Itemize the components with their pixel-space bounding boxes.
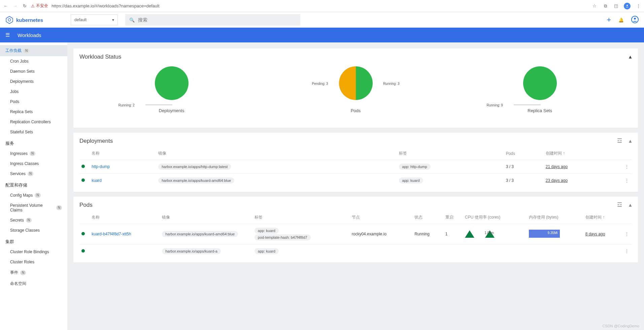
image-chip: harbor.example.io/apps/kuard-a: [162, 248, 221, 254]
warning-icon: ⚠: [31, 4, 35, 8]
sidebar-cat-services: 服务: [0, 137, 67, 148]
chevron-down-icon: ▾: [112, 18, 114, 22]
sidebar-item-replicasets[interactable]: Replica Sets: [0, 107, 67, 117]
status-dot: [81, 249, 85, 253]
age: 21 days ago: [546, 164, 568, 169]
page-title: Workloads: [18, 32, 41, 38]
sidebar-item-events[interactable]: 事件N: [0, 267, 67, 278]
table-row[interactable]: kuard harbor.example.io/apps/kuard-amd64…: [79, 174, 632, 188]
insecure-badge[interactable]: ⚠ 不安全: [31, 3, 48, 9]
browser-menu-icon[interactable]: ⋮: [635, 3, 641, 9]
back-icon[interactable]: ←: [3, 3, 9, 9]
collapse-icon[interactable]: ▴: [629, 53, 632, 60]
table-row[interactable]: harbor.example.io/apps/kuard-a app: kuar…: [79, 244, 632, 258]
card-title: Workload Status: [79, 54, 121, 60]
svg-point-4: [634, 18, 636, 20]
label-chip: app: http-dump: [399, 164, 431, 170]
card-title: Deployments: [79, 138, 113, 144]
table-row[interactable]: http-dump harbor.example.io/apps/http-du…: [79, 160, 632, 174]
sidebar-item-cronjobs[interactable]: Cron Jobs: [0, 56, 67, 66]
image-chip: harbor.example.io/apps/http-dump:latest: [158, 164, 231, 170]
table-row[interactable]: kuard-b47f4f8d7-xtt5h harbor.example.io/…: [79, 224, 632, 244]
profile-avatar[interactable]: [624, 3, 631, 9]
collapse-icon[interactable]: ▴: [629, 137, 632, 144]
card-pods: Pods ☲▴ 名称 镜像 标签 节点 状态 重启 CPU 使用率 (cores…: [73, 197, 638, 263]
sidebar-item-services[interactable]: ServicesN: [0, 169, 67, 179]
svg-point-0: [626, 5, 628, 6]
row-menu-icon[interactable]: ⋮: [622, 224, 632, 244]
sidebar-item-statefulsets[interactable]: Stateful Sets: [0, 127, 67, 137]
create-icon[interactable]: +: [607, 15, 611, 24]
sidebar-item-namespaces[interactable]: 命名空间: [0, 278, 67, 289]
status-chart-deployments: Running: 2 Deployments: [155, 66, 189, 123]
namespace-select[interactable]: default ▾: [71, 14, 118, 25]
status: Running: [412, 224, 443, 244]
deployments-table: 名称 镜像 标签 Pods 创建时间 http-dump harbor.exam…: [79, 147, 632, 187]
svg-marker-1: [6, 16, 13, 24]
sidebar-cat-config: 配置和存储: [0, 179, 67, 190]
status-dot: [81, 178, 85, 182]
filter-icon[interactable]: ☲: [617, 137, 622, 144]
sidebar-item-daemonsets[interactable]: Daemon Sets: [0, 66, 67, 76]
row-menu-icon[interactable]: ⋮: [622, 174, 632, 188]
age: 8 days ago: [585, 232, 605, 236]
panel-icon[interactable]: ◫: [613, 3, 619, 9]
deployment-link[interactable]: kuard: [92, 178, 102, 183]
status: [412, 244, 443, 258]
sidebar-item-clusterroles[interactable]: Cluster Roles: [0, 257, 67, 267]
main-content: Workload Status ▴ Running: 2 Deployments…: [67, 42, 644, 330]
sidebar-item-secrets[interactable]: SecretsN: [0, 215, 67, 225]
sidebar-cat-cluster: 集群: [0, 235, 67, 247]
label-chip: pod-template-hash: b47f4f8d7: [255, 234, 311, 240]
namespace-value: default: [74, 18, 87, 22]
browser-toolbar: ← → ↻ ⚠ 不安全 https://das.example.io/#/wor…: [0, 0, 644, 12]
pod-link[interactable]: kuard-b47f4f8d7-xtt5h: [92, 232, 131, 236]
menu-icon[interactable]: ☰: [5, 32, 12, 38]
search-input[interactable]: [138, 17, 296, 23]
image-chip: harbor.example.io/apps/kuard-amd64:blue: [158, 177, 234, 184]
collapse-icon[interactable]: ▴: [629, 201, 632, 208]
star-icon[interactable]: ☆: [591, 3, 598, 9]
sidebar: 工作负载N Cron Jobs Daemon Sets Deployments …: [0, 42, 67, 330]
status-chart-replicasets: Running: 9 Replica Sets: [523, 66, 557, 123]
address-bar[interactable]: https://das.example.io/#/workloads?names…: [52, 3, 160, 8]
sidebar-item-workloads[interactable]: 工作负载N: [0, 45, 67, 56]
row-menu-icon[interactable]: ⋮: [622, 244, 632, 258]
page-titlebar: ☰ Workloads: [0, 28, 644, 42]
card-title: Pods: [79, 202, 93, 208]
forward-icon[interactable]: →: [12, 3, 18, 9]
card-deployments: Deployments ☲▴ 名称 镜像 标签 Pods 创建时间 http-d…: [73, 133, 638, 192]
mem-spark: 9.35Mi: [529, 230, 560, 238]
extensions-icon[interactable]: ⧉: [602, 3, 608, 9]
user-icon[interactable]: [631, 16, 639, 24]
pods-count: 3 / 3: [504, 174, 544, 188]
sidebar-item-ingressclasses[interactable]: Ingress Classes: [0, 159, 67, 169]
sidebar-item-storageclasses[interactable]: Storage Classes: [0, 225, 67, 235]
sidebar-item-configmaps[interactable]: Config MapsN: [0, 190, 67, 200]
card-workload-status: Workload Status ▴ Running: 2 Deployments…: [73, 48, 638, 128]
sidebar-item-ingresses[interactable]: IngressesN: [0, 148, 67, 159]
search-box[interactable]: 🔍: [125, 14, 300, 26]
bell-icon[interactable]: 🔔: [618, 18, 624, 23]
kubernetes-icon: [5, 16, 13, 24]
image-chip: harbor.example.io/apps/kuard-amd64:blue: [162, 231, 238, 237]
node: [350, 244, 412, 258]
restarts: [443, 244, 463, 258]
status-dot: [81, 232, 85, 235]
sidebar-item-pvc[interactable]: Persistent Volume ClaimsN: [0, 200, 67, 215]
sidebar-item-deployments[interactable]: Deployments: [0, 76, 67, 87]
search-icon: 🔍: [129, 18, 135, 23]
brand-logo[interactable]: kubernetes: [5, 16, 43, 24]
sidebar-item-jobs[interactable]: Jobs: [0, 87, 67, 97]
age: 23 days ago: [546, 178, 568, 183]
pods-table: 名称 镜像 标签 节点 状态 重启 CPU 使用率 (cores) 内存使用 (…: [79, 211, 632, 258]
sidebar-item-crb[interactable]: Cluster Role Bindings: [0, 247, 67, 257]
label-chip: app: kuard: [255, 248, 279, 254]
filter-icon[interactable]: ☲: [617, 201, 622, 208]
deployment-link[interactable]: http-dump: [92, 164, 110, 169]
label-chip: app: kuard: [399, 177, 423, 184]
row-menu-icon[interactable]: ⋮: [622, 160, 632, 174]
reload-icon[interactable]: ↻: [22, 3, 28, 9]
sidebar-item-pods[interactable]: Pods: [0, 97, 67, 107]
sidebar-item-rc[interactable]: Replication Controllers: [0, 117, 67, 127]
